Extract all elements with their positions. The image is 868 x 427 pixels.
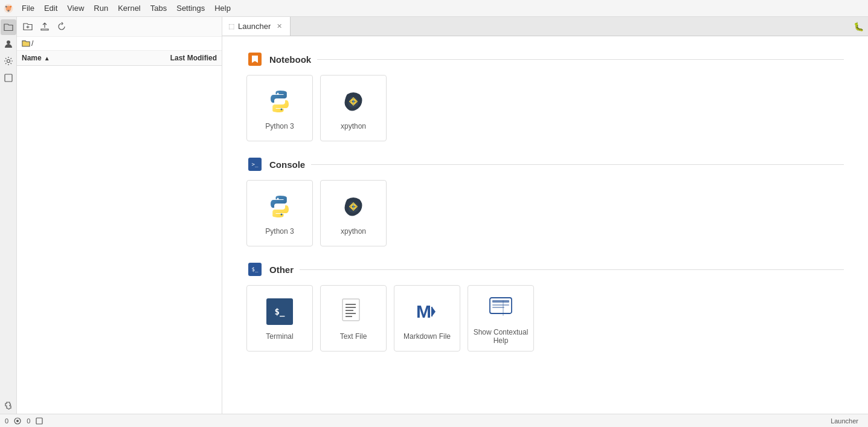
markdown-card[interactable]: M Markdown File [394,285,460,352]
tab-close-button[interactable]: ✕ [274,22,284,31]
svg-point-3 [10,5,11,7]
console-divider [311,164,844,165]
launcher-content: Notebook [222,36,868,414]
menu-settings[interactable]: Settings [172,2,210,14]
debug-icon[interactable]: 🐛 [849,17,868,36]
other-divider [300,269,844,270]
contextualhelp-icon [487,294,514,321]
status-tasks-icon [35,417,43,425]
menu-run[interactable]: Run [89,2,113,14]
terminal-card[interactable]: $_ Terminal [246,285,313,352]
menu-file[interactable]: File [17,2,39,14]
column-modified: Last Modified [137,51,222,65]
contextualhelp-card-icon [485,292,516,323]
markdown-label: Markdown File [403,332,451,341]
textfile-card[interactable]: Text File [320,285,387,352]
notebook-bookmark-icon [248,53,262,66]
console-xpython-card[interactable]: xpython [320,180,387,246]
notebook-section-title: Notebook [269,54,311,65]
svg-point-31 [16,420,19,422]
sidebar-btn-puzzle[interactable] [1,398,16,414]
file-list [17,66,222,414]
notebook-python3-card[interactable]: Python 3 [246,75,313,141]
content-area: ⬚ Launcher ✕ 🐛 Not [222,17,868,414]
terminal-icon: $_ [266,298,293,325]
other-section-header: $_ Other [246,261,844,278]
terminal-card-icon: $_ [264,296,295,327]
textfile-card-icon [338,296,369,327]
menu-edit[interactable]: Edit [39,2,62,14]
menu-tabs[interactable]: Tabs [146,2,172,14]
other-items-grid: $_ Terminal [246,285,844,352]
menu-help[interactable]: Help [210,2,236,14]
markdown-icon: M [414,298,440,325]
textfile-label: Text File [340,332,367,341]
python3-console-icon [264,191,295,222]
other-section-title: Other [269,265,294,275]
contextualhelp-card[interactable]: Show ContextualHelp [468,285,534,352]
notebook-xpython-card[interactable]: xpython [320,75,387,141]
other-dollar-icon: $_ [248,263,262,276]
column-name[interactable]: Name ▲ [17,51,137,65]
folder-icon [22,39,30,48]
icon-sidebar [0,17,17,414]
notebook-section-header: Notebook [246,51,844,68]
console-kernel-grid: Python 3 xpyth [246,180,844,246]
console-python3-label: Python 3 [265,227,294,236]
svg-point-10 [277,93,279,95]
console-section-header: >_ Console [246,156,844,173]
notebook-section-icon [246,51,263,68]
svg-point-13 [277,198,279,200]
sidebar-btn-filebrowser[interactable] [1,19,16,35]
xpython-console-icon [338,191,369,222]
notebook-xpython-label: xpython [341,122,366,130]
tab-launcher[interactable]: ⬚ Launcher ✕ [222,17,291,36]
tab-spacer [291,17,849,36]
notebook-python3-label: Python 3 [265,122,294,130]
status-kernel-icon [13,417,22,425]
svg-rect-26 [492,300,509,303]
breadcrumb-text: / [31,39,33,48]
file-toolbar [17,17,222,37]
tab-bar: ⬚ Launcher ✕ 🐛 [222,17,868,36]
refresh-button[interactable] [54,19,69,34]
console-section-title: Console [269,159,305,170]
other-section: $_ Other $_ Terminal [246,261,844,352]
xpython-notebook-icon [338,86,369,117]
console-xpython-label: xpython [341,227,366,236]
console-terminal-icon: >_ [248,158,262,171]
contextualhelp-label: Show ContextualHelp [474,328,529,345]
upload-button[interactable] [37,19,52,34]
console-section: >_ Console [246,156,844,246]
svg-text:M: M [416,301,431,321]
sort-arrow-icon: ▲ [44,55,50,62]
tab-launcher-label: Launcher [238,22,271,31]
markdown-card-icon: M [411,296,443,327]
svg-point-11 [281,109,283,111]
svg-rect-16 [342,299,359,321]
svg-rect-29 [503,300,504,316]
svg-point-2 [5,5,7,7]
svg-rect-7 [5,74,12,82]
sidebar-btn-extensions[interactable] [1,53,16,69]
sidebar-btn-square[interactable] [1,70,16,86]
status-kernel-count: 0 [5,417,8,425]
textfile-icon [341,298,365,325]
svg-point-14 [281,214,283,216]
svg-rect-32 [36,418,42,424]
breadcrumb: / [17,37,222,51]
status-tasks: 0 [27,417,30,425]
new-folder-button[interactable] [21,19,35,34]
notebook-kernel-grid: Python 3 xpyth [246,75,844,141]
menu-view[interactable]: View [62,2,89,14]
menu-kernel[interactable]: Kernel [113,2,146,14]
console-python3-card[interactable]: Python 3 [246,180,313,246]
svg-point-6 [7,60,10,63]
notebook-section: Notebook [246,51,844,141]
terminal-label: Terminal [266,332,293,341]
menubar: File Edit View Run Kernel Tabs Settings … [0,0,868,17]
svg-point-5 [7,40,10,44]
sidebar-btn-users[interactable] [1,36,16,52]
file-panel: / Name ▲ Last Modified [17,17,222,414]
notebook-divider [317,59,844,60]
